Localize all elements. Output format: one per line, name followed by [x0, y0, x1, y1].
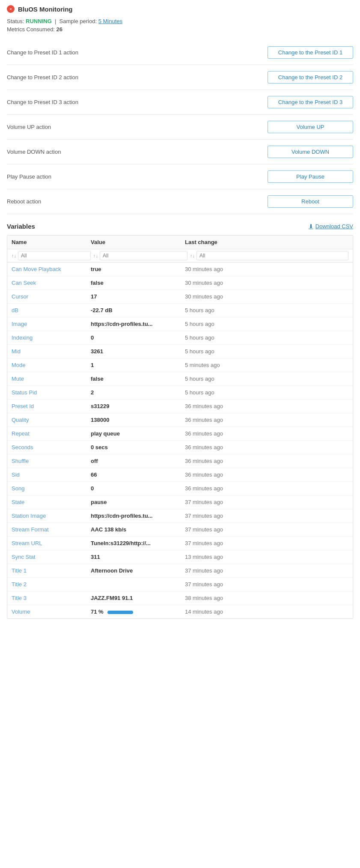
cell-name: Title 1: [12, 567, 91, 574]
cell-value: 2: [91, 389, 185, 396]
cell-value: false: [91, 376, 185, 382]
cell-name: Mid: [12, 348, 91, 355]
cell-name: Title 3: [12, 595, 91, 601]
cell-value: 0 secs: [91, 444, 185, 450]
cell-last-change: 5 hours ago: [185, 376, 348, 382]
sort-icon-change[interactable]: ↑↓: [190, 253, 195, 258]
cell-value: https://cdn-profiles.tu...: [91, 321, 185, 327]
metrics-value: 26: [57, 26, 62, 33]
cell-last-change: 5 hours ago: [185, 348, 348, 355]
table-row: Status Pid25 hours ago: [7, 386, 353, 400]
cell-last-change: 5 hours ago: [185, 389, 348, 396]
table-rows-container: Can Move Playbacktrue30 minutes agoCan S…: [7, 262, 353, 618]
filter-row: ↑↓ ↑↓ ↑↓: [7, 249, 353, 262]
action-row-preset1: Change to Preset ID 1 actionChange to th…: [7, 40, 353, 65]
table-header-row: Name Value Last change: [7, 236, 353, 249]
cell-name: Mode: [12, 362, 91, 368]
table-row: dB-22.7 dB5 hours ago: [7, 304, 353, 317]
cell-value: 71 %: [91, 608, 185, 615]
page-container: × BluOS Monitoring Status: RUNNING | Sam…: [0, 0, 360, 624]
cell-value: 66: [91, 471, 185, 478]
action-label-play-pause: Play Pause action: [7, 173, 51, 180]
action-button-volume-down[interactable]: Volume DOWN: [268, 146, 353, 158]
filter-change-input[interactable]: [196, 251, 348, 260]
cell-name: Status Pid: [12, 389, 91, 396]
cell-last-change: 5 hours ago: [185, 321, 348, 327]
action-label-preset3: Change to Preset ID 3 action: [7, 99, 78, 105]
sort-icon-value[interactable]: ↑↓: [93, 253, 98, 258]
cell-name: Indexing: [12, 334, 91, 341]
metrics-label: Metrics Consumed:: [7, 26, 55, 33]
table-row: Quality13800036 minutes ago: [7, 413, 353, 427]
cell-name: Preset Id: [12, 403, 91, 409]
cell-last-change: 5 hours ago: [185, 334, 348, 341]
cell-name: Volume: [12, 608, 91, 615]
sample-period-link[interactable]: 5 Minutes: [98, 18, 122, 24]
cell-value: 1: [91, 362, 185, 368]
cell-name: Song: [12, 485, 91, 492]
table-row: Title 3JAZZ.FM91 91.138 minutes ago: [7, 591, 353, 605]
cell-last-change: 37 minutes ago: [185, 499, 348, 505]
action-row-preset3: Change to Preset ID 3 actionChange to th…: [7, 90, 353, 115]
cell-last-change: 30 minutes ago: [185, 280, 348, 286]
filter-value-input[interactable]: [100, 251, 187, 260]
cell-last-change: 36 minutes ago: [185, 403, 348, 409]
cell-name: Mute: [12, 376, 91, 382]
table-row: Station Imagehttps://cdn-profiles.tu...3…: [7, 509, 353, 523]
action-button-preset1[interactable]: Change to the Preset ID 1: [268, 46, 353, 59]
cell-name: Repeat: [12, 430, 91, 437]
status-label: Status:: [7, 18, 24, 24]
cell-last-change: 36 minutes ago: [185, 458, 348, 464]
download-icon: ⬇: [309, 223, 313, 230]
cell-value: TuneIn:s31229/http://...: [91, 540, 185, 546]
table-row: Seconds0 secs36 minutes ago: [7, 441, 353, 454]
app-title: BluOS Monitoring: [18, 6, 72, 13]
cell-value: Afternoon Drive: [91, 567, 185, 574]
action-button-preset2[interactable]: Change to the Preset ID 2: [268, 71, 353, 84]
col-header-last-change: Last change: [185, 239, 348, 245]
filter-name-input[interactable]: [18, 251, 91, 260]
sort-icon-name[interactable]: ↑↓: [12, 253, 16, 258]
cell-name: Stream Format: [12, 526, 91, 533]
cell-name: Can Move Playback: [12, 266, 91, 272]
cell-last-change: 5 minutes ago: [185, 362, 348, 368]
cell-last-change: 14 minutes ago: [185, 608, 348, 615]
cell-last-change: 36 minutes ago: [185, 485, 348, 492]
action-button-reboot[interactable]: Reboot: [268, 195, 353, 208]
action-row-play-pause: Play Pause actionPlay Pause: [7, 164, 353, 189]
cell-value: play queue: [91, 430, 185, 437]
cell-name: Sid: [12, 471, 91, 478]
volume-bar: [107, 611, 133, 614]
col-header-value: Value: [91, 239, 185, 245]
cell-name: Shuffle: [12, 458, 91, 464]
download-csv-link[interactable]: ⬇ Download CSV: [309, 223, 353, 230]
action-row-volume-down: Volume DOWN actionVolume DOWN: [7, 140, 353, 164]
cell-value: AAC 138 kb/s: [91, 526, 185, 533]
cell-name: Cursor: [12, 293, 91, 300]
cell-name: Seconds: [12, 444, 91, 450]
cell-value: 17: [91, 293, 185, 300]
cell-last-change: 38 minutes ago: [185, 595, 348, 601]
table-row: Mutefalse5 hours ago: [7, 372, 353, 386]
cell-last-change: 36 minutes ago: [185, 417, 348, 423]
variables-header: Variables ⬇ Download CSV: [7, 223, 353, 230]
action-button-volume-up[interactable]: Volume UP: [268, 121, 353, 133]
cell-value: pause: [91, 499, 185, 505]
action-button-play-pause[interactable]: Play Pause: [268, 170, 353, 183]
table-row: Mid32615 hours ago: [7, 345, 353, 358]
cell-value: 138000: [91, 417, 185, 423]
close-button[interactable]: ×: [7, 5, 15, 13]
table-row: Song036 minutes ago: [7, 482, 353, 495]
action-label-preset2: Change to Preset ID 2 action: [7, 74, 78, 81]
cell-name: Station Image: [12, 513, 91, 519]
col-header-name: Name: [12, 239, 91, 245]
cell-name: Sync Stat: [12, 554, 91, 560]
cell-value: 311: [91, 554, 185, 560]
table-row: Can Seekfalse30 minutes ago: [7, 276, 353, 290]
action-button-preset3[interactable]: Change to the Preset ID 3: [268, 96, 353, 108]
cell-name: Image: [12, 321, 91, 327]
table-row: Imagehttps://cdn-profiles.tu...5 hours a…: [7, 317, 353, 331]
cell-name: Stream URL: [12, 540, 91, 546]
table-row: Sync Stat31113 minutes ago: [7, 550, 353, 564]
cell-name: Can Seek: [12, 280, 91, 286]
